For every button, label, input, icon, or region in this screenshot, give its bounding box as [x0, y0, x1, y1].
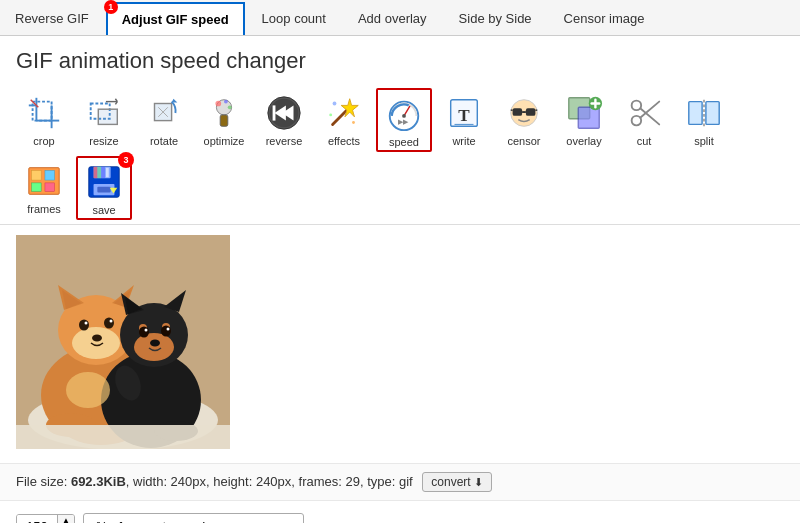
controls-area: ▲ ▼ % of current speed seconds between f…	[0, 501, 800, 523]
speed-select[interactable]: % of current speed seconds between frame…	[83, 513, 304, 523]
tool-frames[interactable]: frames	[16, 156, 72, 220]
svg-point-27	[333, 102, 337, 106]
svg-rect-40	[526, 108, 536, 116]
svg-point-17	[215, 101, 221, 107]
save-icon	[84, 162, 124, 202]
file-details: , width: 240px, height: 240px, frames: 2…	[126, 474, 413, 489]
file-info: File size: 692.3KiB, width: 240px, heigh…	[0, 463, 800, 501]
tool-save-label: save	[92, 204, 115, 216]
svg-point-18	[224, 100, 228, 104]
gif-preview	[16, 235, 230, 449]
censor-icon	[504, 93, 544, 133]
crop-icon	[24, 93, 64, 133]
tool-resize[interactable]: resize	[76, 88, 132, 152]
tool-reverse[interactable]: reverse	[256, 88, 312, 152]
svg-point-83	[92, 335, 102, 342]
write-icon: T	[444, 93, 484, 133]
tab-censor[interactable]: Censor image	[549, 2, 660, 35]
svg-rect-59	[32, 183, 42, 192]
tab-loop[interactable]: Loop count	[247, 2, 341, 35]
tool-overlay-label: overlay	[566, 135, 601, 147]
tool-write[interactable]: T write	[436, 88, 492, 152]
svg-marker-12	[172, 99, 178, 103]
svg-rect-7	[98, 109, 117, 124]
spinner-buttons: ▲ ▼	[57, 515, 74, 524]
convert-download-icon: ⬇	[474, 476, 483, 489]
svg-rect-57	[32, 171, 42, 181]
tool-save[interactable]: 3 save	[76, 156, 132, 220]
tool-split-label: split	[694, 135, 714, 147]
image-area	[0, 225, 800, 459]
toolbar: crop resize rotate	[0, 84, 800, 224]
tool-cut[interactable]: cut	[616, 88, 672, 152]
svg-rect-54	[706, 102, 719, 125]
svg-point-82	[110, 320, 113, 323]
svg-rect-16	[220, 115, 228, 126]
svg-rect-66	[94, 167, 98, 178]
svg-rect-68	[101, 167, 105, 178]
tool-cut-label: cut	[637, 135, 652, 147]
convert-button[interactable]: convert ⬇	[422, 472, 491, 492]
tool-censor[interactable]: censor	[496, 88, 552, 152]
tab-bar: Reverse GIF 1 Adjust GIF speed Loop coun…	[0, 0, 800, 36]
svg-point-19	[228, 105, 232, 109]
file-info-label: File size:	[16, 474, 71, 489]
cut-icon	[624, 93, 664, 133]
frames-icon	[24, 161, 64, 201]
save-badge: 3	[118, 152, 134, 168]
tool-resize-label: resize	[89, 135, 118, 147]
page-title: GIF animation speed changer	[0, 36, 800, 84]
svg-point-96	[167, 328, 170, 331]
tool-effects[interactable]: effects	[316, 88, 372, 152]
speed-input-wrapper: ▲ ▼	[16, 514, 75, 524]
svg-rect-63	[106, 168, 109, 178]
speed-input[interactable]	[17, 515, 57, 523]
spin-up-button[interactable]: ▲	[58, 515, 74, 524]
tab-adjust[interactable]: 1 Adjust GIF speed	[106, 2, 245, 35]
svg-point-80	[104, 318, 114, 329]
tool-rotate-label: rotate	[150, 135, 178, 147]
effects-icon	[324, 93, 364, 133]
tab-reverse[interactable]: Reverse GIF	[0, 2, 104, 35]
tool-frames-label: frames	[27, 203, 61, 215]
file-size: 692.3KiB	[71, 474, 126, 489]
svg-point-81	[85, 322, 88, 325]
svg-point-97	[150, 340, 160, 347]
tool-crop[interactable]: crop	[16, 88, 72, 152]
svg-point-90	[134, 333, 174, 361]
tool-optimize-label: optimize	[204, 135, 245, 147]
tool-speed-label: speed	[389, 136, 419, 148]
svg-rect-58	[45, 171, 55, 181]
tool-optimize[interactable]: optimize	[196, 88, 252, 152]
svg-rect-101	[16, 425, 230, 449]
svg-rect-67	[97, 167, 101, 178]
svg-point-79	[79, 320, 89, 331]
svg-rect-53	[689, 102, 702, 125]
tool-rotate[interactable]: rotate	[136, 88, 192, 152]
svg-rect-60	[45, 183, 55, 192]
resize-icon	[84, 93, 124, 133]
tool-effects-label: effects	[328, 135, 360, 147]
svg-point-100	[66, 372, 110, 408]
tool-censor-label: censor	[507, 135, 540, 147]
svg-point-28	[352, 121, 355, 124]
optimize-icon	[204, 93, 244, 133]
rotate-icon	[144, 93, 184, 133]
svg-rect-24	[273, 105, 276, 120]
tool-reverse-label: reverse	[266, 135, 303, 147]
speed-icon: ▶▶	[384, 94, 424, 134]
tool-split[interactable]: split	[676, 88, 732, 152]
tab-sidebyside[interactable]: Side by Side	[444, 2, 547, 35]
svg-point-93	[139, 327, 149, 338]
svg-text:T: T	[458, 106, 470, 125]
tool-overlay[interactable]: overlay	[556, 88, 612, 152]
tab-adjust-badge: 1	[104, 0, 118, 14]
tool-speed[interactable]: ▶▶ speed	[376, 88, 432, 152]
svg-rect-39	[513, 108, 523, 116]
tab-overlay[interactable]: Add overlay	[343, 2, 442, 35]
tool-write-label: write	[452, 135, 475, 147]
tool-crop-label: crop	[33, 135, 54, 147]
svg-point-95	[145, 329, 148, 332]
svg-text:▶▶: ▶▶	[398, 118, 409, 125]
svg-rect-45	[578, 107, 599, 128]
